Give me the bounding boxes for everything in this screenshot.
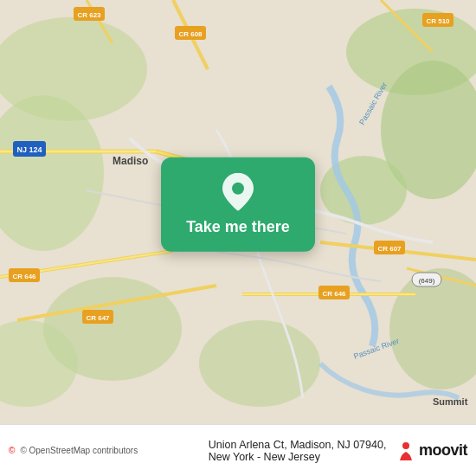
- svg-text:NJ 124: NJ 124: [16, 145, 42, 154]
- copyright-text: © OpenStreetMap contributors: [20, 446, 203, 455]
- svg-text:CR 623: CR 623: [77, 11, 101, 19]
- svg-text:CR 646: CR 646: [12, 273, 36, 280]
- moovit-brand-icon: [396, 441, 415, 460]
- bottom-bar: © © OpenStreetMap contributors Union Arl…: [0, 424, 476, 476]
- svg-point-47: [402, 442, 409, 449]
- svg-point-46: [232, 183, 244, 195]
- svg-text:CR 608: CR 608: [178, 30, 203, 38]
- moovit-brand-name: moovit: [419, 441, 467, 460]
- svg-text:CR 607: CR 607: [377, 245, 402, 253]
- location-pin-icon: [222, 173, 254, 211]
- moovit-logo: moovit: [396, 441, 467, 460]
- address-text: Union Arlena Ct, Madison, NJ 07940, New …: [209, 439, 391, 463]
- svg-text:(649): (649): [419, 277, 435, 285]
- copyright-icon: ©: [9, 446, 15, 455]
- copyright-value: © OpenStreetMap contributors: [20, 446, 138, 455]
- svg-text:CR 510: CR 510: [426, 17, 450, 25]
- map-container: Madiso NJ 124 CR 623 CR 608 CR 510 CR 64…: [0, 0, 476, 424]
- take-me-there-button[interactable]: Take me there: [161, 158, 315, 252]
- svg-text:CR 647: CR 647: [86, 314, 110, 322]
- svg-text:CR 646: CR 646: [322, 290, 346, 298]
- svg-text:Madiso: Madiso: [113, 155, 148, 167]
- svg-text:Summit: Summit: [433, 396, 468, 407]
- take-me-there-label: Take me there: [186, 218, 290, 236]
